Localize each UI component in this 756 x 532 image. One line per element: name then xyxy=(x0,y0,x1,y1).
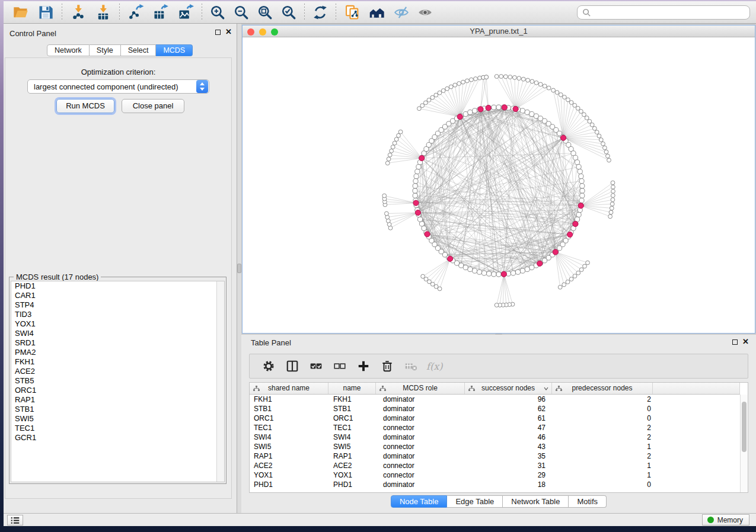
mcds-result-node[interactable]: TID3 xyxy=(11,310,224,319)
tab-network[interactable]: Network xyxy=(47,44,90,56)
table-cell: 46 xyxy=(465,432,552,442)
refresh-view-icon[interactable] xyxy=(312,5,328,20)
mcds-result-node[interactable]: YOX1 xyxy=(11,319,224,329)
column-header-successor-nodes[interactable]: successor nodes xyxy=(465,383,552,394)
attribute-icon xyxy=(379,386,386,391)
toolbar-separator xyxy=(336,4,336,21)
delete-columns-icon[interactable] xyxy=(381,360,394,373)
mcds-result-title: MCDS result (17 nodes) xyxy=(14,273,101,281)
save-session-icon[interactable] xyxy=(37,4,54,21)
table-scrollbar[interactable] xyxy=(740,395,748,492)
close-panel-icon[interactable]: ✕ xyxy=(742,339,749,345)
search-input[interactable] xyxy=(594,7,745,18)
table-row[interactable]: SWI5SWI5connector431 xyxy=(250,442,740,451)
export-table-icon[interactable] xyxy=(152,4,169,21)
mcds-result-node[interactable]: GCR1 xyxy=(11,433,224,443)
column-header-name[interactable]: name xyxy=(328,383,376,394)
mcds-result-node[interactable]: TEC1 xyxy=(11,424,224,433)
table-scrollbar-thumb[interactable] xyxy=(742,402,747,452)
mcds-result-node[interactable]: PMA2 xyxy=(11,348,224,357)
tab-style[interactable]: Style xyxy=(90,44,121,56)
export-network-icon[interactable] xyxy=(127,4,144,21)
import-table-icon[interactable] xyxy=(95,4,111,21)
tab-node-table[interactable]: Node Table xyxy=(391,495,448,508)
result-list-scrollbar[interactable] xyxy=(216,281,224,482)
mcds-result-node[interactable]: ORC1 xyxy=(11,386,224,395)
vertical-splitter[interactable] xyxy=(237,24,241,513)
table-cell: connector xyxy=(376,423,465,432)
table-cell: STB1 xyxy=(328,404,376,414)
mcds-result-node[interactable]: SWI4 xyxy=(11,329,224,338)
table-panel: Table Panel ✕ f(x) shared name name M xyxy=(241,335,756,513)
mcds-result-node[interactable]: STB5 xyxy=(11,376,224,386)
table-row[interactable]: YOX1YOX1connector291 xyxy=(250,470,740,480)
float-panel-icon[interactable] xyxy=(732,339,738,345)
mcds-result-node[interactable]: STB1 xyxy=(11,405,224,414)
column-header-shared-name[interactable]: shared name xyxy=(250,383,328,394)
log-console-button[interactable] xyxy=(7,515,23,525)
mcds-result-list[interactable]: PHD1CAR1STP4TID3YOX1SWI4SRD1PMA2FKH1ACE2… xyxy=(11,281,225,482)
table-row[interactable]: TEC1TEC1connector472 xyxy=(250,423,740,432)
table-cell xyxy=(653,442,740,451)
table-row[interactable]: STB1STB1dominator620 xyxy=(250,404,740,414)
mcds-result-items: PHD1CAR1STP4TID3YOX1SWI4SRD1PMA2FKH1ACE2… xyxy=(11,281,224,443)
mcds-result-node[interactable]: RAP1 xyxy=(11,395,224,405)
memory-button[interactable]: Memory xyxy=(702,514,749,525)
table-cell: SWI4 xyxy=(250,432,328,442)
tab-network-table[interactable]: Network Table xyxy=(503,495,569,508)
open-file-icon[interactable] xyxy=(12,4,29,21)
mcds-result-node[interactable]: STP4 xyxy=(11,300,224,310)
close-panel-button[interactable]: Close panel xyxy=(122,99,184,113)
table-cell xyxy=(653,423,740,432)
table-row[interactable]: ORC1ORC1dominator610 xyxy=(250,414,740,423)
criterion-select[interactable]: largest connected component (undirected) xyxy=(27,79,209,94)
table-row[interactable]: PHD1PHD1dominator180 xyxy=(250,480,740,489)
table-row[interactable]: FKH1FKH1dominator962 xyxy=(250,395,740,404)
tab-mcds[interactable]: MCDS xyxy=(156,44,193,56)
table-cell: 43 xyxy=(465,442,552,451)
deselect-all-columns-icon[interactable] xyxy=(333,360,346,373)
create-column-icon[interactable] xyxy=(357,360,370,373)
table-row[interactable]: RAP1RAP1dominator352 xyxy=(250,451,740,461)
show-columns-icon[interactable] xyxy=(286,360,299,373)
zoom-selected-icon[interactable] xyxy=(281,5,296,20)
float-panel-icon[interactable] xyxy=(215,30,221,35)
run-mcds-button[interactable]: Run MCDS xyxy=(56,99,114,113)
mcds-result-node[interactable]: CAR1 xyxy=(11,291,224,300)
hide-selected-icon[interactable] xyxy=(394,5,409,20)
import-network-icon[interactable] xyxy=(70,4,87,21)
column-header-predecessor-nodes[interactable]: predecessor nodes xyxy=(552,383,653,394)
zoom-in-icon[interactable] xyxy=(210,5,225,20)
select-all-columns-icon[interactable] xyxy=(310,360,323,373)
table-tabs: Node Table Edge Table Network Table Moti… xyxy=(241,495,756,508)
network-titlebar[interactable]: YPA_prune.txt_1 xyxy=(243,25,755,37)
clone-network-icon[interactable] xyxy=(344,4,361,21)
table-cell: 96 xyxy=(465,395,552,404)
close-panel-icon[interactable]: ✕ xyxy=(225,29,232,35)
mcds-result-node[interactable]: SRD1 xyxy=(11,338,224,348)
control-panel-tabs: Network Style Select MCDS xyxy=(47,44,193,56)
tab-motifs[interactable]: Motifs xyxy=(569,495,607,508)
table-settings-icon[interactable] xyxy=(262,360,275,373)
table-cell: connector xyxy=(376,470,465,480)
show-all-icon[interactable] xyxy=(417,5,433,20)
table-row[interactable]: ACE2ACE2connector311 xyxy=(250,461,740,470)
toolbar-separator xyxy=(62,4,62,21)
splitter-grip[interactable] xyxy=(237,264,241,273)
zoom-fit-icon[interactable] xyxy=(257,5,273,20)
mcds-result-node[interactable]: SWI5 xyxy=(11,414,224,424)
mcds-result-node[interactable]: ACE2 xyxy=(11,367,224,376)
mcds-result-node[interactable]: PHD1 xyxy=(11,281,224,291)
table-cell: 18 xyxy=(465,480,552,489)
zoom-out-icon[interactable] xyxy=(234,5,249,20)
mcds-result-group: MCDS result (17 nodes) PHD1CAR1STP4TID3Y… xyxy=(9,277,227,484)
network-canvas[interactable] xyxy=(243,37,755,333)
table-cell: YOX1 xyxy=(328,470,376,480)
tab-edge-table[interactable]: Edge Table xyxy=(447,495,503,508)
export-image-icon[interactable] xyxy=(177,4,194,21)
first-neighbors-icon[interactable] xyxy=(369,4,385,21)
mcds-result-node[interactable]: FKH1 xyxy=(11,357,224,367)
column-header-mcds-role[interactable]: MCDS role xyxy=(376,383,465,394)
table-row[interactable]: SWI4SWI4dominator462 xyxy=(250,432,740,442)
tab-select[interactable]: Select xyxy=(121,44,157,56)
